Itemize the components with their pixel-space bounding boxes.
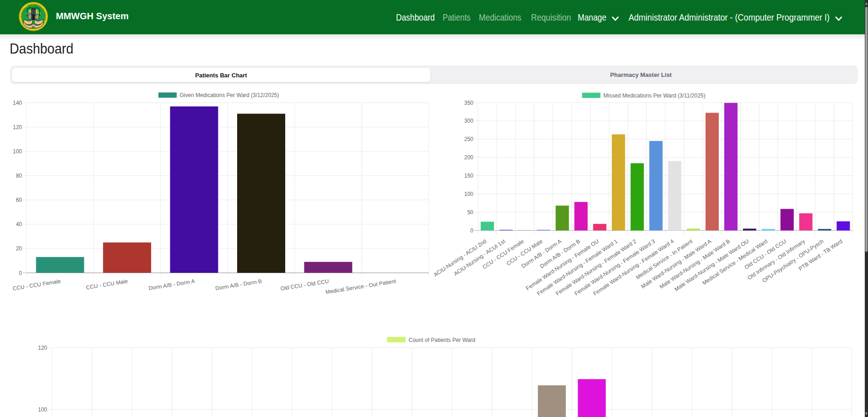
svg-text:100: 100 xyxy=(13,148,22,155)
svg-text:200: 200 xyxy=(464,154,473,161)
svg-text:120: 120 xyxy=(13,124,22,130)
svg-text:Count of Patients Per Ward: Count of Patients Per Ward xyxy=(409,337,476,343)
svg-text:140: 140 xyxy=(13,100,22,106)
svg-text:40: 40 xyxy=(16,221,22,227)
svg-text:Old CCU - Old CCU: Old CCU - Old CCU xyxy=(280,278,330,292)
svg-text:CCU - CCU Male: CCU - CCU Male xyxy=(86,278,128,291)
svg-text:Dorm A/B - Dorm B: Dorm A/B - Dorm B xyxy=(215,278,262,292)
svg-text:Missed Medications Per Ward (3: Missed Medications Per Ward (3/11/2025) xyxy=(603,92,705,99)
svg-text:Given Medications Per Ward (3/: Given Medications Per Ward (3/12/2025) xyxy=(180,92,279,98)
svg-text:350: 350 xyxy=(464,100,473,106)
svg-text:250: 250 xyxy=(464,136,473,142)
svg-text:100: 100 xyxy=(38,406,47,413)
svg-text:80: 80 xyxy=(16,173,22,179)
svg-text:50: 50 xyxy=(467,209,474,216)
svg-text:Medical Service - Out Patient: Medical Service - Out Patient xyxy=(325,278,396,295)
svg-text:120: 120 xyxy=(38,345,47,351)
svg-text:150: 150 xyxy=(464,173,473,179)
svg-text:CCU - CCU Female: CCU - CCU Female xyxy=(12,278,61,292)
svg-text:20: 20 xyxy=(16,245,22,252)
svg-text:Dorm A/B - Dorm A: Dorm A/B - Dorm A xyxy=(148,278,195,292)
svg-text:300: 300 xyxy=(464,118,473,124)
svg-text:100: 100 xyxy=(464,191,473,197)
svg-text:0: 0 xyxy=(19,270,22,276)
svg-text:EST: EST xyxy=(32,26,36,27)
svg-text:0: 0 xyxy=(470,227,473,234)
svg-text:60: 60 xyxy=(16,197,22,203)
